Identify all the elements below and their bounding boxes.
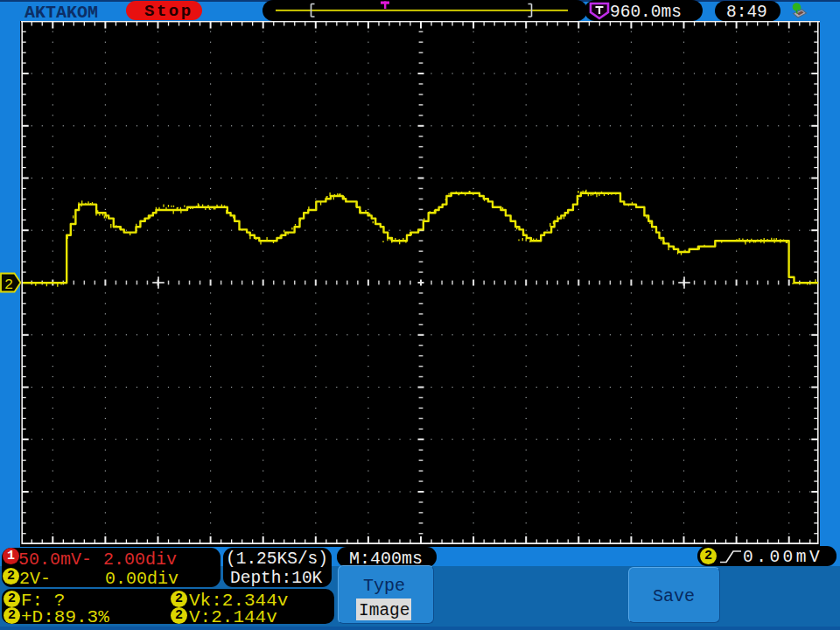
svg-text:2: 2	[4, 276, 13, 293]
